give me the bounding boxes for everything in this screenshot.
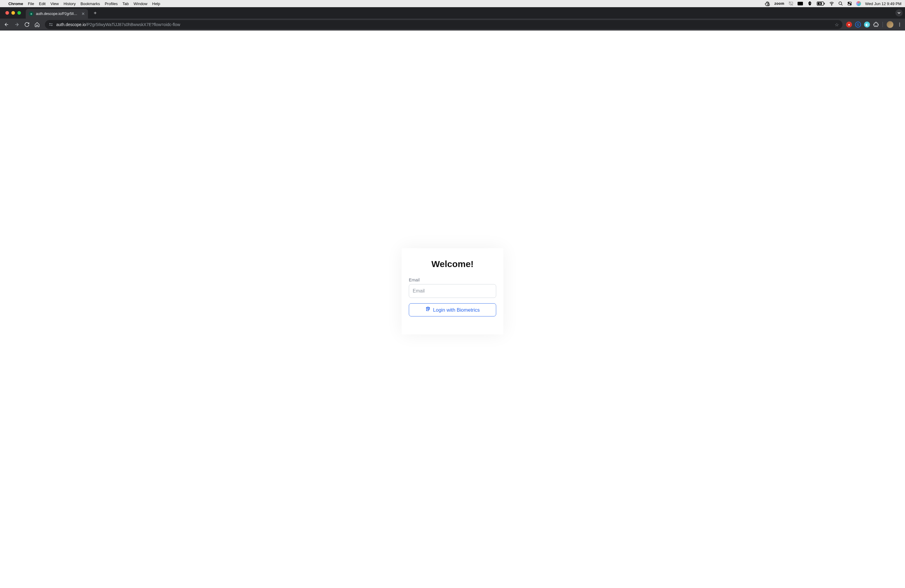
- auth-card: Welcome! Email Login with Biometrics: [402, 248, 503, 334]
- extension-icon-cyan[interactable]: ◐: [864, 22, 870, 27]
- tab-close-button[interactable]: ✕: [81, 11, 85, 16]
- url-text: auth.descope.io/P2gr5IlwyWaTiJJ87s0hBwws…: [56, 22, 832, 27]
- siri-icon[interactable]: [856, 1, 861, 6]
- menubar-edit[interactable]: Edit: [39, 2, 46, 6]
- page-content: Welcome! Email Login with Biometrics: [0, 30, 905, 588]
- battery-icon[interactable]: [817, 2, 825, 6]
- svg-point-9: [848, 2, 849, 3]
- nav-forward-button[interactable]: [13, 21, 21, 29]
- biometric-button-label: Login with Biometrics: [433, 307, 480, 313]
- profile-avatar[interactable]: [886, 21, 894, 28]
- fingerprint-icon: [425, 307, 431, 313]
- new-tab-button[interactable]: ＋: [90, 8, 100, 18]
- svg-point-6: [831, 5, 832, 5]
- extension-icon-red[interactable]: ●: [846, 22, 852, 27]
- nav-home-button[interactable]: [33, 21, 41, 29]
- svg-point-14: [899, 23, 900, 24]
- nav-back-button[interactable]: [2, 21, 11, 29]
- hand-raise-icon[interactable]: i: [765, 1, 770, 6]
- menubar-bookmarks[interactable]: Bookmarks: [81, 2, 100, 6]
- nav-reload-button[interactable]: [23, 21, 31, 29]
- svg-rect-4: [824, 3, 825, 5]
- svg-point-15: [899, 24, 900, 25]
- menubar-app-name[interactable]: Chrome: [8, 2, 23, 6]
- window-corner: [902, 585, 905, 588]
- keyboard-icon[interactable]: [797, 2, 803, 5]
- svg-text:i: i: [768, 4, 769, 6]
- chrome-menu-button[interactable]: [897, 22, 903, 27]
- extensions-button[interactable]: [873, 22, 879, 27]
- menubar-file[interactable]: File: [28, 2, 34, 6]
- evernote-icon[interactable]: [807, 1, 813, 6]
- spotlight-search-icon[interactable]: [838, 1, 843, 6]
- url-host: auth.descope.io: [56, 22, 86, 27]
- svg-point-16: [899, 25, 900, 26]
- window-controls: [2, 11, 24, 15]
- email-input[interactable]: [409, 284, 496, 298]
- screen-mirror-icon[interactable]: [789, 1, 793, 6]
- svg-point-11: [850, 4, 851, 5]
- window-close-button[interactable]: [5, 11, 9, 15]
- browser-tab[interactable]: ◈ auth.descope.io/P2gr5IlwyWa ✕: [26, 9, 88, 19]
- address-bar[interactable]: auth.descope.io/P2gr5IlwyWaTiJJ87s0hBwws…: [45, 20, 843, 29]
- menubar-help[interactable]: Help: [152, 2, 160, 6]
- site-info-icon[interactable]: [49, 22, 53, 27]
- extension-icon-grammarly[interactable]: G: [855, 22, 861, 27]
- tab-favicon-icon: ◈: [29, 11, 33, 16]
- chrome-tabstrip: ◈ auth.descope.io/P2gr5IlwyWa ✕ ＋: [0, 7, 905, 19]
- menubar-window[interactable]: Window: [133, 2, 147, 6]
- control-center-icon[interactable]: [847, 1, 852, 6]
- svg-point-7: [839, 2, 841, 5]
- zoom-status-icon[interactable]: zoom: [774, 2, 784, 6]
- svg-point-13: [51, 25, 52, 26]
- tab-title: auth.descope.io/P2gr5IlwyWa: [36, 12, 79, 16]
- window-minimize-button[interactable]: [11, 11, 15, 15]
- svg-point-12: [49, 23, 50, 24]
- email-label: Email: [409, 278, 496, 282]
- bookmark-star-icon[interactable]: ☆: [835, 22, 839, 27]
- auth-title: Welcome!: [409, 259, 496, 269]
- chrome-toolbar: auth.descope.io/P2gr5IlwyWaTiJJ87s0hBwws…: [0, 19, 905, 30]
- wifi-icon[interactable]: [829, 1, 834, 6]
- window-maximize-button[interactable]: [17, 11, 21, 15]
- tab-search-button[interactable]: [895, 9, 903, 16]
- menubar-tab[interactable]: Tab: [122, 2, 129, 6]
- menubar-profiles[interactable]: Profiles: [105, 2, 117, 6]
- login-biometrics-button[interactable]: Login with Biometrics: [409, 303, 496, 316]
- url-path: /P2gr5IlwyWaTiJJ87s0hBwwskX7E?flow=oidc-…: [86, 22, 180, 27]
- macos-menubar: Chrome File Edit View History Bookmarks …: [0, 0, 905, 7]
- menubar-history[interactable]: History: [64, 2, 75, 6]
- toolbar-divider: [883, 22, 883, 27]
- menubar-view[interactable]: View: [50, 2, 59, 6]
- menubar-datetime[interactable]: Wed Jun 12 9:49 PM: [865, 2, 902, 6]
